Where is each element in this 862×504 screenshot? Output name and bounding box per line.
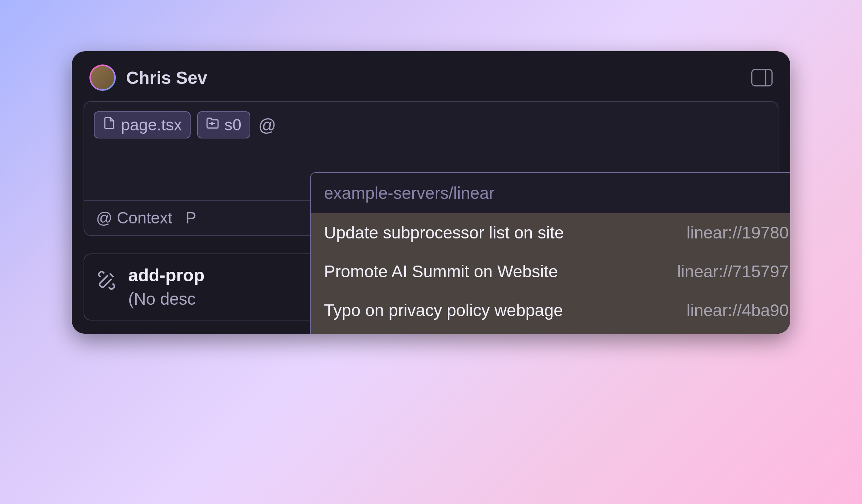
panel-toggle-icon[interactable]	[751, 69, 773, 86]
dropdown-item-url: linear://715797…	[677, 262, 790, 281]
input-content-row: page.tsx s0 @	[84, 102, 778, 145]
toolbar-more[interactable]: P	[185, 209, 196, 227]
pencil-ruler-icon	[96, 265, 118, 292]
dropdown-item-title: Promote AI Summit on Website	[324, 262, 558, 281]
branch-name: add-prop	[128, 265, 205, 285]
dropdown-item-url: linear://19780…	[686, 223, 790, 242]
avatar-image	[91, 66, 114, 89]
avatar[interactable]	[89, 64, 116, 91]
header-left: Chris Sev	[89, 64, 207, 91]
panel-header: Chris Sev	[72, 51, 790, 101]
dropdown-item[interactable]: Update subprocessor list on site linear:…	[311, 213, 790, 252]
file-chip[interactable]: page.tsx	[94, 111, 191, 138]
dropdown-item-title: Update subprocessor list on site	[324, 223, 564, 242]
file-chip-label: page.tsx	[121, 116, 182, 134]
dropdown-source-label: example-servers/linear	[311, 173, 790, 213]
dropdown-item[interactable]: Promote AI Summit on Website linear://71…	[311, 252, 790, 291]
dropdown-item[interactable]: Typo on privacy policy webpage linear://…	[311, 291, 790, 330]
folder-icon	[206, 116, 219, 134]
chat-panel: Chris Sev page.tsx	[72, 51, 790, 334]
at-icon: @	[96, 209, 113, 227]
branch-info: add-prop (No desc	[128, 265, 205, 309]
folder-chip[interactable]: s0	[197, 111, 250, 138]
file-icon	[103, 116, 116, 134]
context-button[interactable]: @ Context	[96, 209, 172, 227]
at-mention-trigger[interactable]: @	[258, 115, 276, 135]
dropdown-item[interactable]: Remove open in new tab icon in footer li…	[311, 330, 790, 334]
folder-chip-label: s0	[224, 116, 241, 134]
username-label: Chris Sev	[126, 68, 207, 88]
dropdown-items: Update subprocessor list on site linear:…	[311, 213, 790, 334]
branch-description: (No desc	[128, 289, 205, 309]
dropdown-item-url: linear://4ba90…	[686, 300, 790, 320]
dropdown-item-title: Typo on privacy policy webpage	[324, 300, 563, 320]
mention-dropdown: example-servers/linear Update subprocess…	[310, 172, 790, 334]
context-label-text: Context	[117, 209, 173, 227]
